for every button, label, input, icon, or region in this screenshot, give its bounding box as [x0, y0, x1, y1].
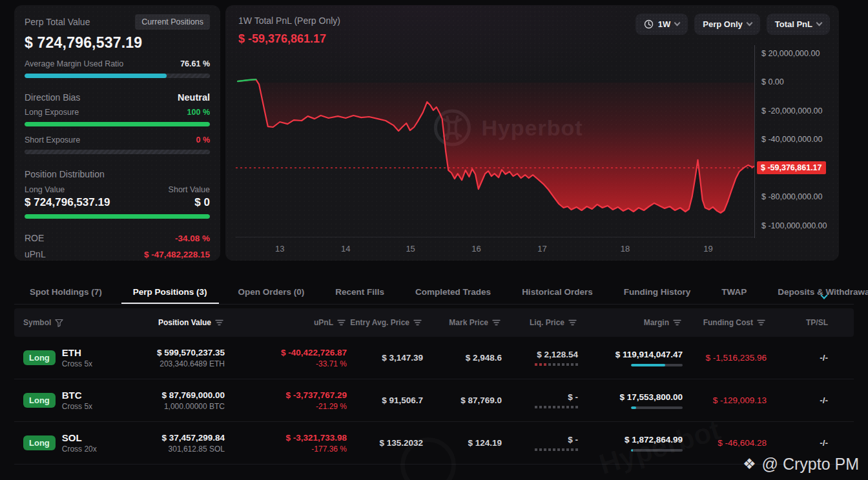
y-axis-tick: $ -100,000,000.00 — [761, 221, 827, 230]
position-size: 1,000.00000 BTC — [164, 402, 225, 411]
metric-dropdown[interactable]: Total PnL — [767, 14, 830, 35]
column-header-upnl: uPnL — [225, 318, 347, 327]
margin-usage-bar — [631, 406, 683, 409]
sort-icon[interactable] — [413, 319, 422, 326]
column-header-label: uPnL — [314, 318, 333, 327]
timeframe-dropdown[interactable]: 1W — [636, 14, 688, 35]
side-badge: Long — [23, 393, 56, 408]
symbol-cell: LongSOLCross 20x — [14, 432, 116, 454]
position-distribution-bar — [25, 214, 210, 219]
mark-price-cell: $ 2,948.6 — [423, 353, 502, 363]
x-axis-tick: 17 — [537, 244, 546, 254]
chart-title: 1W Total PnL (Perp Only) — [238, 15, 340, 26]
tab-perp-positions-3[interactable]: Perp Positions (3) — [118, 281, 223, 303]
avg-margin-label: Average Margin Used Ratio — [25, 59, 123, 68]
tab-spot-holdings-7[interactable]: Spot Holdings (7) — [14, 281, 118, 303]
tab-funding-history[interactable]: Funding History — [608, 281, 707, 303]
table-row-eth[interactable]: LongETHCross 5x$ 599,570,237.35203,340.6… — [14, 337, 854, 379]
symbol-name: ETH — [62, 347, 92, 358]
upnl-cell: $ -3,321,733.98-177.36 % — [225, 433, 347, 454]
column-header-label: Funding Cost — [703, 318, 753, 327]
upnl-percent: -33.71 % — [316, 359, 347, 368]
mark-price-cell: $ 87,769.0 — [423, 395, 502, 405]
sort-icon[interactable] — [568, 319, 577, 326]
crypto-pm-brand: ❖ @ Crypto PM — [743, 455, 859, 474]
table-row-sol[interactable]: LongSOLCross 20x$ 37,457,299.84301,612.8… — [14, 422, 854, 465]
table-row-btc[interactable]: LongBTCCross 5x$ 87,769,000.001,000.0000… — [14, 379, 854, 422]
tpsl-cell: -/- — [767, 395, 854, 405]
upnl-cell: $ -40,422,726.87-33.71 % — [225, 348, 347, 368]
sort-icon[interactable] — [492, 319, 501, 326]
filter-funnel-icon[interactable] — [55, 319, 63, 327]
pnl-area-chart[interactable] — [236, 45, 754, 237]
tpsl-value: -/- — [820, 353, 828, 363]
tab-completed-trades[interactable]: Completed Trades — [400, 281, 506, 303]
column-header-entry-avg-price: Entry Avg. Price — [347, 318, 423, 327]
symbol-cell: LongETHCross 5x — [14, 347, 116, 368]
short-exposure-value: 0 % — [196, 135, 210, 145]
y-axis-tick: $ -20,000,000.00 — [761, 106, 823, 115]
tab-label: Open Orders (0) — [238, 287, 305, 297]
column-header-label: Position Value — [158, 318, 211, 327]
x-axis-tick: 14 — [341, 244, 350, 254]
short-value-label: Short Value — [169, 185, 210, 194]
funding-cost-cell: $ -46,604.28 — [683, 438, 767, 448]
upnl-percent: -21.29 % — [316, 402, 347, 411]
liq-price-cell: $ - — [502, 392, 578, 408]
leverage-label: Cross 20x — [62, 445, 97, 454]
long-value-label: Long Value — [25, 185, 65, 194]
mark-price-cell: $ 124.19 — [423, 438, 502, 448]
y-axis-line — [754, 45, 755, 238]
sort-icon[interactable] — [757, 319, 765, 326]
chevron-down-icon — [674, 20, 681, 26]
tab-deposits-withdrawals[interactable]: Deposits & Withdrawals — [762, 281, 868, 304]
funding-cost: $ -1,516,235.96 — [705, 353, 767, 363]
short-value: $ 0 — [194, 196, 210, 209]
column-header-mark-price: Mark Price — [423, 318, 502, 327]
x-axis-tick: 13 — [275, 244, 284, 254]
margin-value: $ 17,553,800.00 — [619, 392, 683, 402]
position-size: 203,340.6489 ETH — [160, 359, 225, 368]
tpsl-value: -/- — [820, 438, 828, 448]
tab-open-orders-0[interactable]: Open Orders (0) — [223, 281, 320, 303]
tab-twap[interactable]: TWAP — [706, 281, 762, 303]
position-value-cell: $ 37,457,299.84301,612.85 SOL — [116, 433, 225, 454]
sort-icon[interactable] — [215, 319, 223, 326]
sort-icon[interactable] — [673, 319, 681, 326]
position-value: $ 87,769,000.00 — [161, 390, 225, 400]
liq-price: $ - — [568, 435, 578, 445]
timeframe-value: 1W — [658, 19, 671, 29]
margin-value: $ 119,914,047.47 — [615, 350, 683, 359]
leverage-label: Cross 5x — [62, 402, 92, 411]
entry-price-cell: $ 135.2032 — [347, 438, 423, 448]
column-header-label: Liq. Price — [530, 318, 564, 327]
scope-value: Perp Only — [703, 19, 742, 29]
current-positions-button[interactable]: Current Positions — [135, 14, 210, 30]
tab-historical-orders[interactable]: Historical Orders — [506, 281, 608, 303]
tabs-overflow-chevron-icon[interactable] — [822, 289, 827, 301]
column-header-tp-sl: TP/SL — [767, 318, 854, 327]
chevron-down-icon — [816, 20, 823, 26]
x-axis-tick: 19 — [703, 244, 712, 254]
margin-usage-bar — [631, 364, 683, 366]
y-axis-tick: $ -40,000,000.00 — [761, 135, 823, 144]
tab-recent-fills[interactable]: Recent Fills — [320, 281, 400, 303]
bottom-tabs-bar: Spot Holdings (7)Perp Positions (3)Open … — [14, 280, 854, 305]
column-header-symbol: Symbol — [14, 318, 116, 327]
current-pnl-axis-badge: $ -59,376,861.17 — [757, 161, 826, 174]
upnl-cell: $ -3,737,767.29-21.29 % — [225, 390, 347, 411]
sort-icon[interactable] — [337, 319, 346, 326]
funding-cost: $ -129,009.13 — [713, 395, 767, 405]
funding-cost: $ -46,604.28 — [718, 438, 767, 448]
symbol-name: BTC — [62, 390, 92, 401]
scope-dropdown[interactable]: Perp Only — [694, 14, 760, 35]
upnl-value: $ -40,422,726.87 — [281, 348, 347, 357]
column-header-liq-price: Liq. Price — [502, 318, 578, 327]
y-axis-tick: $ -80,000,000.00 — [761, 192, 823, 201]
entry-price: $ 135.2032 — [379, 438, 423, 448]
perp-positions-table: SymbolPosition ValueuPnLEntry Avg. Price… — [14, 308, 854, 465]
tab-label: TWAP — [721, 287, 747, 297]
liq-price: $ 2,128.54 — [537, 350, 578, 359]
column-header-position-value: Position Value — [116, 318, 225, 327]
tab-label: Spot Holdings (7) — [30, 287, 102, 297]
